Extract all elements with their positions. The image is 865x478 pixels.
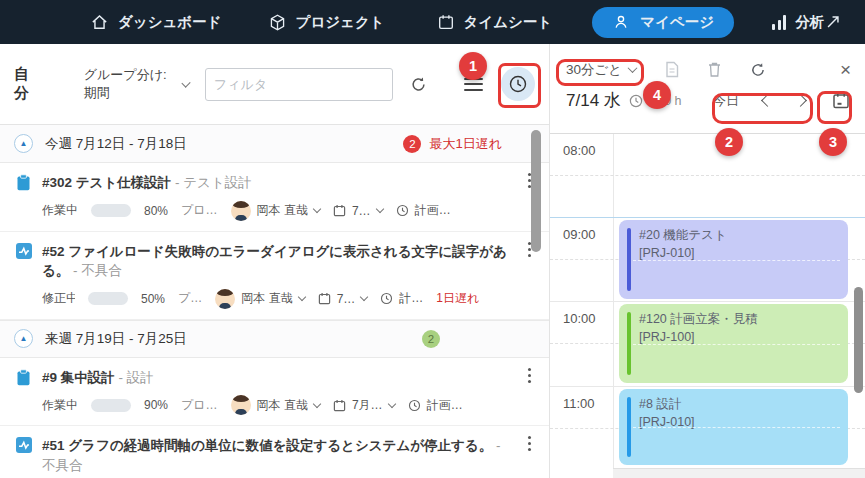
task-status: 作業中 xyxy=(42,202,78,219)
filter-input[interactable] xyxy=(214,77,390,92)
chevron-down-icon xyxy=(297,293,305,301)
task-category: - 不具合 xyxy=(73,263,122,278)
document-icon[interactable] xyxy=(664,61,680,78)
time-label: 09:00 xyxy=(563,227,596,242)
trash-icon[interactable] xyxy=(707,61,722,78)
task-type-icon xyxy=(16,368,42,416)
hour-line xyxy=(550,386,865,387)
task-title: #9 集中設計 xyxy=(42,370,115,385)
delay-alert: 最大1日遅れ xyxy=(429,135,502,153)
group-count-badge: 2 xyxy=(403,135,421,153)
annotation-number-1: 1 xyxy=(459,52,487,80)
due-date-dropdown[interactable]: 7… xyxy=(318,292,368,306)
chevron-down-icon xyxy=(181,78,190,87)
kebab-menu-icon[interactable] xyxy=(528,374,531,377)
filter-search-box[interactable] xyxy=(205,68,393,101)
plan-time: 計画… xyxy=(396,202,451,219)
group-count-badge: 2 xyxy=(422,330,440,348)
nav-mypage-active[interactable]: マイページ xyxy=(592,7,734,38)
clock-icon xyxy=(629,94,643,108)
due-date: 7… xyxy=(352,204,371,218)
clock-icon xyxy=(408,399,421,412)
task-row[interactable]: #9 集中設計 - 設計 作業中 90% プロ… 岡本 直哉 7月… 計画… xyxy=(0,358,549,427)
annotation-box-2 xyxy=(712,93,813,124)
task-title: #302 テスト仕様設計 xyxy=(42,175,171,190)
task-row[interactable]: #52 ファイルロード失敗時のエラーダイアログに表示される文字に誤字がある。 -… xyxy=(0,232,549,320)
assignee-dropdown[interactable]: 岡本 直哉 xyxy=(231,395,320,415)
nav-timesheet[interactable]: タイムシート xyxy=(437,13,553,32)
nav-project[interactable]: プロジェクト xyxy=(268,13,385,32)
panel-title: 自分 xyxy=(14,65,40,103)
event-color-bar xyxy=(627,228,631,291)
nav-dashboard[interactable]: ダッシュボード xyxy=(90,13,222,32)
assignee-name: 岡本 直哉 xyxy=(241,290,292,307)
task-status: 修正中 xyxy=(42,290,75,307)
event-title: #120 計画立案・見積 xyxy=(639,311,838,329)
event-title: #8 設計 xyxy=(639,396,838,414)
chevron-down-icon xyxy=(313,205,321,213)
event-title: #20 機能テスト xyxy=(639,227,838,245)
top-nav: ダッシュボード プロジェクト タイムシート マイページ 分析 xyxy=(0,0,865,44)
plan-label: 計画… xyxy=(427,397,463,414)
chevron-down-icon xyxy=(360,293,368,301)
refresh-button[interactable] xyxy=(409,75,428,94)
bar-chart-icon xyxy=(772,15,786,30)
delay-label: 1日遅れ xyxy=(436,290,479,307)
task-category: - テスト設計 xyxy=(175,175,252,190)
plan-time: 計画… xyxy=(408,397,463,414)
scrollbar-thumb[interactable] xyxy=(531,130,541,252)
task-status: 作業中 xyxy=(42,397,78,414)
header-divider xyxy=(550,133,865,134)
plan-label: 計… xyxy=(399,290,423,307)
annotation-number-4: 4 xyxy=(643,81,671,109)
expand-icon[interactable] xyxy=(824,13,842,31)
task-title: #51 グラフの経過時間軸の単位に数値を設定するとシステムが停止する。 xyxy=(42,438,492,453)
progress-percent: 50% xyxy=(141,292,165,306)
task-type-icon xyxy=(16,173,42,221)
plan-time: 計… xyxy=(380,290,423,307)
hour-line xyxy=(550,301,865,302)
schedule-event[interactable]: #20 機能テスト [PRJ-010] xyxy=(619,220,848,299)
event-color-bar xyxy=(627,312,631,375)
nav-analysis[interactable]: 分析 xyxy=(772,13,824,32)
nav-dashboard-label: ダッシュボード xyxy=(118,13,222,32)
hscrollbar-track[interactable] xyxy=(613,468,865,478)
group-header-this-week[interactable]: ▲ 今週 7月12日 - 7月18日 2 最大1日遅れ xyxy=(0,125,549,163)
due-date-dropdown[interactable]: 7月… xyxy=(333,397,395,414)
refresh-icon xyxy=(409,75,428,94)
group-header-next-week[interactable]: ▲ 来週 7月19日 - 7月25日 2 xyxy=(0,320,549,358)
progress-bar xyxy=(91,399,131,412)
event-project-code: [PRJ-010] xyxy=(639,245,838,263)
task-project: プロ… xyxy=(181,202,218,219)
avatar xyxy=(231,201,251,221)
task-row[interactable]: #51 グラフの経過時間軸の単位に数値を設定するとシステムが停止する。 - 不具… xyxy=(0,426,549,478)
scrollbar-thumb[interactable] xyxy=(854,287,863,393)
nav-project-label: プロジェクト xyxy=(296,13,385,32)
task-list-panel: 自分 グループ分け:期間 xyxy=(0,44,549,478)
hour-line xyxy=(550,217,865,218)
schedule-event[interactable]: #8 設計 [PRJ-010] xyxy=(619,389,848,465)
chevron-down-icon xyxy=(313,400,321,408)
task-row[interactable]: #302 テスト仕様設計 - テスト設計 作業中 80% プロ… 岡本 直哉 7… xyxy=(0,163,549,232)
task-project: プ… xyxy=(178,290,202,307)
annotation-box-1 xyxy=(498,63,541,108)
annotation-number-3: 3 xyxy=(819,128,847,156)
home-icon xyxy=(90,13,109,32)
refresh-icon[interactable] xyxy=(749,61,767,79)
assignee-dropdown[interactable]: 岡本 直哉 xyxy=(215,289,304,309)
task-category: - 設計 xyxy=(119,370,154,385)
collapse-icon[interactable]: ▲ xyxy=(14,329,33,348)
bug-type-icon xyxy=(16,436,42,478)
close-icon[interactable]: × xyxy=(840,60,851,79)
schedule-event[interactable]: #120 計画立案・見積 [PRJ-100] xyxy=(619,304,848,383)
day-calendar[interactable]: 08:00 09:00 10:00 11:00 #20 機能テスト [PRJ-0… xyxy=(550,133,865,478)
nav-analysis-label: 分析 xyxy=(795,13,824,32)
calendar-icon xyxy=(333,399,346,412)
due-date-dropdown[interactable]: 7… xyxy=(333,204,383,218)
collapse-icon[interactable]: ▲ xyxy=(14,134,33,153)
chevron-down-icon xyxy=(387,400,395,408)
assignee-dropdown[interactable]: 岡本 直哉 xyxy=(231,201,320,221)
group-by-dropdown[interactable]: グループ分け:期間 xyxy=(84,66,189,102)
person-icon xyxy=(612,13,630,31)
calendar-icon xyxy=(333,204,346,217)
